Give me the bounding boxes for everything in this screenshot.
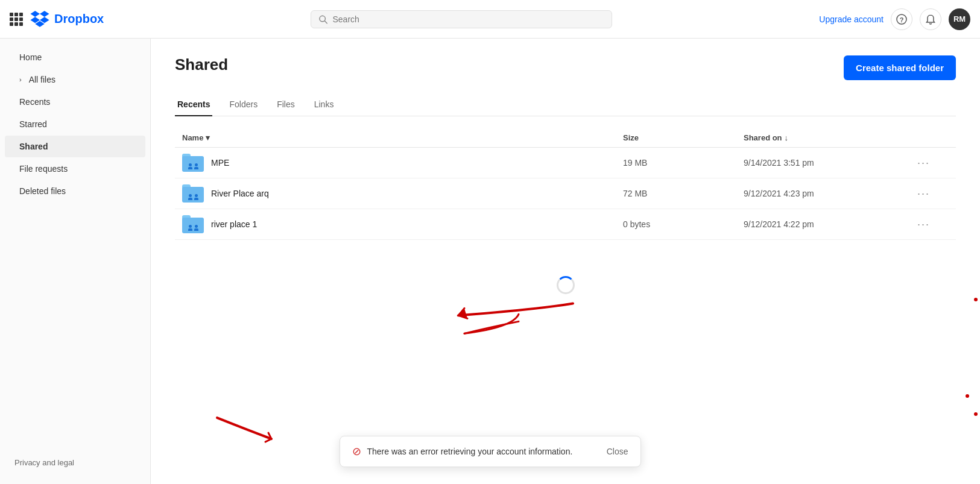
sidebar-item-label: Deleted files	[19, 186, 66, 196]
question-icon: ?	[896, 14, 907, 25]
more-options-button[interactable]: ···	[912, 216, 949, 233]
toast-close-button[interactable]: Close	[607, 447, 628, 456]
search-bar[interactable]	[311, 10, 612, 28]
sidebar-item-home[interactable]: Home	[5, 46, 145, 68]
top-bar: Dropbox Upgrade account ?	[0, 0, 980, 39]
file-name: MPE	[211, 158, 229, 168]
shared-on-date: 9/12/2021 4:22 pm	[744, 219, 912, 229]
sidebar-item-label: File requests	[19, 164, 68, 174]
body-container: Home › All files Recents Starred Shared …	[0, 39, 980, 484]
table-row[interactable]: River Place arq 72 MB 9/12/2021 4:23 pm …	[175, 178, 956, 209]
tab-files[interactable]: Files	[274, 95, 297, 116]
page-header: Shared Create shared folder	[175, 55, 956, 80]
sidebar-item-label: Starred	[19, 119, 47, 129]
sidebar-item-deleted-files[interactable]: Deleted files	[5, 180, 145, 202]
col-actions	[912, 133, 949, 142]
tab-recents[interactable]: Recents	[175, 95, 212, 116]
tab-folders[interactable]: Folders	[227, 95, 260, 116]
file-name-cell: River Place arq	[182, 184, 623, 203]
sidebar-item-starred[interactable]: Starred	[5, 113, 145, 135]
sidebar-item-file-requests[interactable]: File requests	[5, 158, 145, 180]
help-button[interactable]: ?	[891, 8, 912, 30]
file-name-cell: river place 1	[182, 215, 623, 233]
sidebar-nav: Home › All files Recents Starred Shared …	[0, 46, 150, 448]
table-row[interactable]: river place 1 0 bytes 9/12/2021 4:22 pm …	[175, 209, 956, 240]
logo-text: Dropbox	[54, 12, 104, 26]
sidebar-item-shared[interactable]: Shared	[5, 136, 145, 157]
svg-text:?: ?	[900, 16, 904, 23]
shared-folder-icon	[182, 215, 204, 233]
table-row[interactable]: MPE 19 MB 9/14/2021 3:51 pm ···	[175, 148, 956, 178]
error-toast: ⊘ There was an error retrieving your acc…	[340, 436, 641, 467]
red-dot-1	[974, 298, 978, 301]
error-icon: ⊘	[352, 445, 361, 458]
sidebar-item-label: Home	[19, 52, 42, 62]
app-container: Dropbox Upgrade account ?	[0, 0, 980, 484]
grid-menu-icon[interactable]	[10, 13, 23, 26]
more-options-button[interactable]: ···	[912, 154, 949, 172]
shared-folder-icon	[182, 184, 204, 203]
file-size: 19 MB	[623, 158, 744, 168]
file-name: river place 1	[211, 219, 257, 229]
shared-on-date: 9/12/2021 4:23 pm	[744, 189, 912, 198]
file-name: River Place arq	[211, 189, 269, 198]
top-bar-left: Dropbox	[10, 11, 104, 28]
search-icon	[318, 14, 327, 24]
create-shared-folder-button[interactable]: Create shared folder	[844, 55, 956, 80]
sidebar-item-label: All files	[29, 75, 55, 84]
shared-folder-icon	[182, 154, 204, 172]
file-size: 0 bytes	[623, 219, 744, 229]
top-bar-center	[104, 10, 819, 28]
main-content: Shared Create shared folder Recents Fold…	[151, 39, 980, 484]
sidebar-item-all-files[interactable]: › All files	[5, 69, 145, 90]
sort-indicator: ▾	[206, 133, 210, 142]
file-table: Name ▾ Size Shared on ↓	[175, 128, 956, 240]
red-dot-2	[966, 394, 969, 398]
search-input[interactable]	[333, 14, 605, 24]
logo[interactable]: Dropbox	[30, 11, 104, 28]
page-title: Shared	[175, 55, 228, 74]
more-options-button[interactable]: ···	[912, 185, 949, 203]
sidebar-item-label: Recents	[19, 97, 50, 107]
error-message: ⊘ There was an error retrieving your acc…	[352, 445, 573, 458]
sort-indicator: ↓	[785, 133, 789, 142]
sidebar-item-label: Shared	[19, 142, 48, 151]
top-bar-right: Upgrade account ? RM	[819, 8, 970, 30]
privacy-legal-link[interactable]: Privacy and legal	[0, 448, 150, 477]
col-name[interactable]: Name ▾	[182, 133, 623, 142]
red-dot-3	[974, 412, 978, 416]
col-size: Size	[623, 133, 744, 142]
sidebar-item-recents[interactable]: Recents	[5, 91, 145, 113]
loading-spinner	[557, 276, 575, 294]
chevron-icon: ›	[19, 76, 22, 83]
col-shared-on[interactable]: Shared on ↓	[744, 133, 912, 142]
spinner-container	[175, 240, 956, 306]
notifications-button[interactable]	[920, 8, 941, 30]
table-header: Name ▾ Size Shared on ↓	[175, 128, 956, 148]
avatar[interactable]: RM	[949, 8, 970, 30]
bell-icon	[925, 14, 936, 25]
tabs: Recents Folders Files Links	[175, 95, 956, 116]
sidebar: Home › All files Recents Starred Shared …	[0, 39, 151, 484]
file-name-cell: MPE	[182, 154, 623, 172]
error-text: There was an error retrieving your accou…	[367, 447, 573, 456]
tab-links[interactable]: Links	[312, 95, 337, 116]
file-size: 72 MB	[623, 189, 744, 198]
upgrade-link[interactable]: Upgrade account	[819, 14, 884, 24]
svg-line-1	[325, 20, 327, 23]
dropbox-logo-icon	[30, 11, 49, 28]
shared-on-date: 9/14/2021 3:51 pm	[744, 158, 912, 168]
